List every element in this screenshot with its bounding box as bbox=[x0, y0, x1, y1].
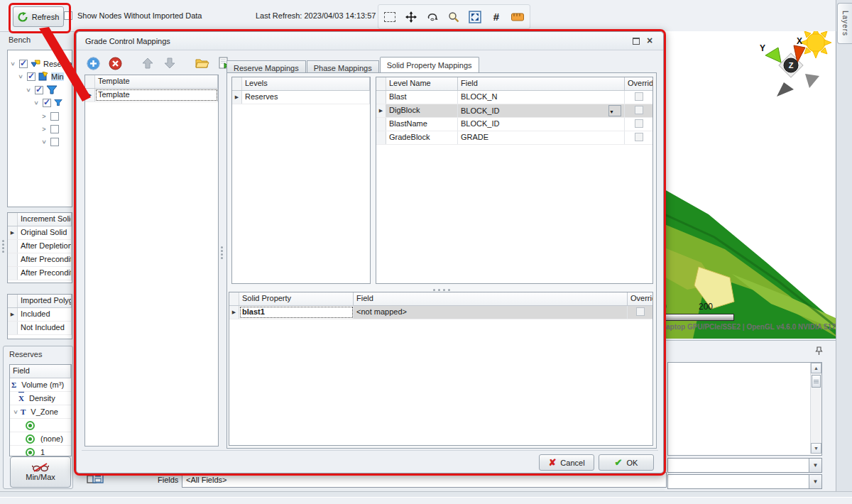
scroll-thumb[interactable] bbox=[812, 375, 821, 388]
template-row[interactable]: Template bbox=[85, 89, 218, 102]
tab-page-splitter-handle[interactable] bbox=[227, 285, 656, 290]
mapping-row[interactable]: BlastName BLOCK_ID bbox=[376, 118, 652, 131]
zoom-icon[interactable] bbox=[445, 9, 462, 26]
pan-icon[interactable] bbox=[403, 9, 420, 26]
table-row[interactable]: After Depletion bbox=[8, 240, 72, 253]
chevron-collapsed-icon[interactable] bbox=[40, 126, 48, 133]
tree-node-child-1[interactable] bbox=[40, 110, 59, 122]
move-down-button[interactable] bbox=[161, 55, 178, 72]
dock-list-box[interactable]: ▲ ▼ bbox=[667, 362, 822, 456]
tree-node-filter-2[interactable] bbox=[33, 97, 62, 109]
measure-icon[interactable] bbox=[509, 9, 526, 26]
table-row[interactable]: XDensity bbox=[10, 392, 71, 405]
radio-icon[interactable] bbox=[26, 434, 35, 444]
override-checkbox[interactable] bbox=[635, 119, 643, 128]
refresh-label: Refresh bbox=[32, 13, 60, 21]
pin-icon[interactable] bbox=[815, 346, 823, 356]
table-row[interactable]: Original Solid bbox=[8, 226, 72, 240]
dock-combo-2[interactable] bbox=[667, 474, 822, 489]
tree-checkbox[interactable] bbox=[50, 125, 59, 133]
table-row[interactable]: After Precondit bbox=[8, 267, 72, 280]
tree-checkbox[interactable] bbox=[27, 72, 36, 81]
mapping-row[interactable]: GradeBlock GRADE bbox=[376, 131, 652, 145]
viewport-3d[interactable]: Z X Y 0 200 aptop GPU/PCIe/SSE2 | OpenGL… bbox=[665, 31, 836, 339]
chevron-expanded-icon[interactable] bbox=[33, 99, 40, 106]
scroll-down-icon[interactable]: ▼ bbox=[811, 443, 821, 454]
tree-node-min[interactable]: Min bbox=[17, 70, 64, 82]
down-arrow-icon bbox=[164, 57, 175, 69]
override-checkbox[interactable] bbox=[635, 106, 643, 114]
chevron-collapsed-icon[interactable] bbox=[40, 113, 48, 120]
radio-icon[interactable] bbox=[26, 448, 35, 457]
tree-node-child-2[interactable] bbox=[40, 123, 59, 135]
tree-checkbox[interactable] bbox=[50, 138, 59, 146]
delete-template-button[interactable] bbox=[106, 55, 124, 72]
table-row[interactable]: TV_Zone bbox=[10, 405, 71, 419]
dock-combo-1[interactable] bbox=[667, 458, 822, 473]
mapping-row-selected[interactable]: DigBlock BLOCK_ID bbox=[376, 104, 652, 118]
dialog-splitter-handle[interactable] bbox=[219, 75, 225, 445]
col-level-name: Level Name bbox=[386, 77, 458, 90]
chevron-expanded-icon[interactable] bbox=[25, 87, 32, 94]
chevron-expanded-icon[interactable] bbox=[9, 60, 16, 67]
chevron-expanded-icon[interactable] bbox=[40, 138, 48, 146]
row-marker-icon bbox=[85, 89, 95, 102]
left-splitter-handle[interactable] bbox=[1, 239, 6, 254]
mapping-row[interactable]: Blast BLOCK_N bbox=[376, 91, 652, 104]
table-row[interactable]: Not Included bbox=[8, 322, 72, 335]
override-checkbox[interactable] bbox=[635, 133, 643, 141]
rotate-icon[interactable] bbox=[424, 9, 441, 26]
refresh-button[interactable]: Refresh bbox=[13, 6, 64, 27]
move-up-button[interactable] bbox=[139, 55, 156, 72]
grid-icon[interactable]: # bbox=[488, 9, 505, 26]
tree-checkbox[interactable] bbox=[43, 99, 51, 107]
table-row[interactable] bbox=[10, 419, 71, 432]
table-row[interactable]: (none) bbox=[10, 432, 71, 446]
tree-checkbox[interactable] bbox=[35, 86, 43, 94]
minmax-button[interactable]: Min/Max bbox=[10, 456, 71, 488]
tree-node-reserve[interactable]: Reserve bbox=[9, 57, 72, 70]
dialog-toolbar bbox=[84, 55, 233, 72]
ok-button[interactable]: ✔ OK bbox=[599, 454, 654, 471]
table-row[interactable]: After Precondit bbox=[8, 253, 72, 267]
tree-checkbox[interactable] bbox=[19, 60, 28, 68]
chevron-expanded-icon[interactable] bbox=[9, 408, 21, 415]
override-checkbox[interactable] bbox=[635, 92, 643, 101]
tab-solid-property-mappings[interactable]: Solid Property Mappings bbox=[380, 57, 479, 74]
cancel-button[interactable]: ✘ Cancel bbox=[539, 454, 594, 471]
col-field: Field bbox=[458, 77, 625, 90]
selection-rect-icon[interactable] bbox=[381, 9, 398, 26]
tree-checkbox[interactable] bbox=[50, 112, 59, 121]
bench-tree-panel[interactable]: Reserve Min bbox=[7, 50, 72, 207]
sum-icon: Σ bbox=[11, 379, 16, 391]
tree-node-filter-1[interactable] bbox=[25, 84, 58, 96]
chevron-expanded-icon[interactable] bbox=[17, 73, 24, 80]
show-nodes-checkbox[interactable] bbox=[64, 11, 72, 20]
tree-node-child-3[interactable] bbox=[40, 136, 59, 148]
dock-list-scrollbar[interactable]: ▲ ▼ bbox=[810, 363, 821, 454]
table-row[interactable]: Included bbox=[8, 308, 72, 322]
radio-icon[interactable] bbox=[26, 421, 35, 430]
restore-button[interactable] bbox=[630, 36, 642, 45]
combo-arrow-icon[interactable] bbox=[809, 475, 821, 488]
open-template-button[interactable] bbox=[194, 55, 211, 72]
solid-property-row[interactable]: blast1 <not mapped> bbox=[229, 306, 652, 319]
mine-node-icon bbox=[38, 72, 48, 81]
layers-tab[interactable]: Layers bbox=[837, 3, 852, 44]
combo-arrow-icon[interactable] bbox=[809, 459, 821, 472]
override-checkbox[interactable] bbox=[636, 307, 645, 316]
close-button[interactable]: × bbox=[642, 35, 657, 47]
col-override: Override bbox=[628, 292, 652, 305]
funnel-icon bbox=[54, 99, 62, 106]
dialog-titlebar[interactable]: Grade Control Mappings × bbox=[77, 32, 663, 50]
table-row[interactable]: 1 bbox=[10, 446, 71, 456]
scroll-up-icon[interactable]: ▲ bbox=[811, 363, 821, 373]
increment-solids-table: Increment Solid Original Solid After Dep… bbox=[7, 212, 72, 283]
grade-control-mappings-dialog: Grade Control Mappings × bbox=[74, 29, 666, 476]
field-dropdown-icon[interactable] bbox=[608, 105, 621, 116]
fit-view-icon[interactable] bbox=[466, 9, 484, 26]
levels-row[interactable]: Reserves bbox=[232, 91, 370, 104]
level-mapping-table: Level Name Field Override Blast BLOCK_N … bbox=[376, 77, 653, 284]
add-template-button[interactable] bbox=[84, 55, 102, 72]
table-row[interactable]: ΣVolume (m³) bbox=[10, 378, 71, 392]
